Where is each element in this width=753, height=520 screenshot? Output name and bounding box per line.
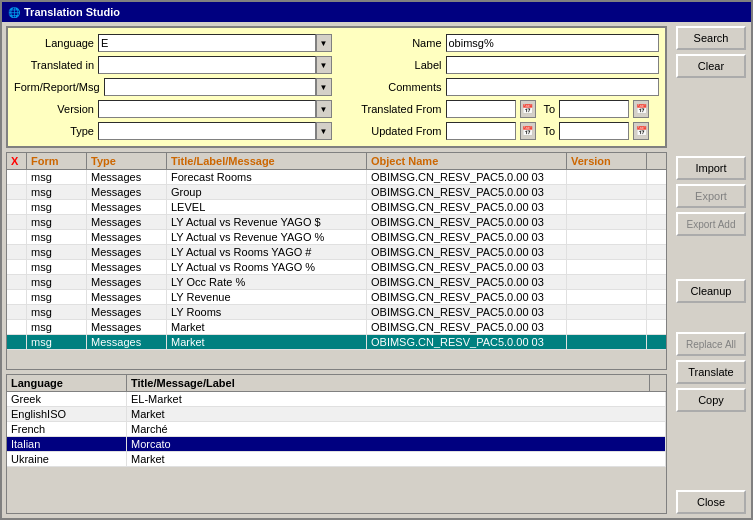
cell-type: Messages: [87, 275, 167, 289]
translated-from-cal-btn[interactable]: 📅: [520, 100, 536, 118]
table-row[interactable]: msg Messages LY Occ Rate % OBIMSG.CN_RES…: [7, 275, 666, 290]
trans-scrollbar-header: [650, 375, 666, 391]
language-row: Language ▼: [14, 34, 332, 52]
table-row[interactable]: msg Messages Market OBIMSG.CN_RESV_PAC5.…: [7, 335, 666, 350]
cleanup-button[interactable]: Cleanup: [676, 279, 746, 303]
cell-object: OBIMSG.CN_RESV_PAC5.0.00 03: [367, 335, 567, 349]
name-row: Name: [342, 34, 660, 52]
trans-cell-title: EL-Market: [127, 392, 666, 406]
label-label: Label: [342, 59, 442, 71]
type-input[interactable]: [98, 122, 316, 140]
translated-from-input[interactable]: [446, 100, 516, 118]
table-row[interactable]: msg Messages LY Actual vs Rooms YAGO % O…: [7, 260, 666, 275]
version-dropdown-btn[interactable]: ▼: [316, 100, 332, 118]
translation-row[interactable]: Italian Morcato: [7, 437, 666, 452]
cell-title: Group: [167, 185, 367, 199]
type-dropdown-btn[interactable]: ▼: [316, 122, 332, 140]
table-row[interactable]: msg Messages LY Actual vs Revenue YAGO $…: [7, 215, 666, 230]
table-row[interactable]: msg Messages LY Actual vs Revenue YAGO %…: [7, 230, 666, 245]
version-label: Version: [14, 103, 94, 115]
translated-in-input[interactable]: [98, 56, 316, 74]
cell-title: LY Actual vs Rooms YAGO %: [167, 260, 367, 274]
label-row: Label: [342, 56, 660, 74]
cell-type: Messages: [87, 185, 167, 199]
language-dropdown-btn[interactable]: ▼: [316, 34, 332, 52]
table-row[interactable]: msg Messages LY Actual vs Rooms YAGO # O…: [7, 245, 666, 260]
trans-col-language: Language: [7, 375, 127, 391]
copy-button[interactable]: Copy: [676, 388, 746, 412]
table-row[interactable]: msg Messages LY Rooms OBIMSG.CN_RESV_PAC…: [7, 305, 666, 320]
translated-in-dropdown-btn[interactable]: ▼: [316, 56, 332, 74]
search-button[interactable]: Search: [676, 26, 746, 50]
to-label-1: To: [544, 103, 556, 115]
export-add-button[interactable]: Export Add: [676, 212, 746, 236]
col-type: Type: [87, 153, 167, 169]
translated-to-cal-btn[interactable]: 📅: [633, 100, 649, 118]
translated-from-label: Translated From: [342, 103, 442, 115]
trans-cell-language: Italian: [7, 437, 127, 451]
table-body[interactable]: msg Messages Forecast Rooms OBIMSG.CN_RE…: [7, 170, 666, 369]
cell-type: Messages: [87, 170, 167, 184]
language-field-container: ▼: [98, 34, 332, 52]
translation-row[interactable]: Greek EL-Market: [7, 392, 666, 407]
version-input[interactable]: [98, 100, 316, 118]
cell-form: msg: [27, 320, 87, 334]
clear-button[interactable]: Clear: [676, 54, 746, 78]
cell-object: OBIMSG.CN_RESV_PAC5.0.00 03: [367, 245, 567, 259]
table-header: X Form Type Title/Label/Message Object N…: [7, 153, 666, 170]
cell-x: [7, 260, 27, 274]
cell-x: [7, 290, 27, 304]
cell-x: [7, 185, 27, 199]
form-input[interactable]: [104, 78, 316, 96]
table-row[interactable]: msg Messages Market OBIMSG.CN_RESV_PAC5.…: [7, 320, 666, 335]
cell-object: OBIMSG.CN_RESV_PAC5.0.00 03: [367, 170, 567, 184]
cell-version: [567, 290, 647, 304]
translation-row[interactable]: EnglishISO Market: [7, 407, 666, 422]
cell-title: LEVEL: [167, 200, 367, 214]
language-input[interactable]: [98, 34, 316, 52]
cell-type: Messages: [87, 305, 167, 319]
cell-version: [567, 200, 647, 214]
cell-version: [567, 260, 647, 274]
cell-object: OBIMSG.CN_RESV_PAC5.0.00 03: [367, 305, 567, 319]
translation-body[interactable]: Greek EL-Market EnglishISO Market French…: [7, 392, 666, 513]
cell-title: LY Rooms: [167, 305, 367, 319]
cell-form: msg: [27, 335, 87, 349]
cell-form: msg: [27, 290, 87, 304]
table-row[interactable]: msg Messages Group OBIMSG.CN_RESV_PAC5.0…: [7, 185, 666, 200]
table-row[interactable]: msg Messages LEVEL OBIMSG.CN_RESV_PAC5.0…: [7, 200, 666, 215]
name-input[interactable]: [446, 34, 660, 52]
updated-from-row: Updated From 📅 To 📅: [342, 122, 660, 140]
close-button[interactable]: Close: [676, 490, 746, 514]
trans-cell-language: Greek: [7, 392, 127, 406]
updated-to-cal-btn[interactable]: 📅: [633, 122, 649, 140]
updated-from-input[interactable]: [446, 122, 516, 140]
trans-cell-title: Market: [127, 407, 666, 421]
name-label: Name: [342, 37, 442, 49]
comments-input[interactable]: [446, 78, 660, 96]
updated-to-input[interactable]: [559, 122, 629, 140]
import-button[interactable]: Import: [676, 156, 746, 180]
table-row[interactable]: msg Messages LY Revenue OBIMSG.CN_RESV_P…: [7, 290, 666, 305]
cell-type: Messages: [87, 320, 167, 334]
cell-object: OBIMSG.CN_RESV_PAC5.0.00 03: [367, 230, 567, 244]
translation-header: Language Title/Message/Label: [7, 375, 666, 392]
cell-title: LY Actual vs Rooms YAGO #: [167, 245, 367, 259]
table-row[interactable]: msg Messages Forecast Rooms OBIMSG.CN_RE…: [7, 170, 666, 185]
translated-to-input[interactable]: [559, 100, 629, 118]
to-label-2: To: [544, 125, 556, 137]
table-scrollbar-header: [647, 153, 663, 169]
cell-object: OBIMSG.CN_RESV_PAC5.0.00 03: [367, 200, 567, 214]
cell-type: Messages: [87, 215, 167, 229]
translate-button[interactable]: Translate: [676, 360, 746, 384]
label-input[interactable]: [446, 56, 660, 74]
updated-from-cal-btn[interactable]: 📅: [520, 122, 536, 140]
trans-cell-title: Market: [127, 452, 666, 466]
replace-all-button[interactable]: Replace All: [676, 332, 746, 356]
form-dropdown-btn[interactable]: ▼: [316, 78, 332, 96]
translation-row[interactable]: Ukraine Market: [7, 452, 666, 467]
export-button[interactable]: Export: [676, 184, 746, 208]
translation-row[interactable]: French Marché: [7, 422, 666, 437]
cell-object: OBIMSG.CN_RESV_PAC5.0.00 03: [367, 290, 567, 304]
cell-x: [7, 200, 27, 214]
